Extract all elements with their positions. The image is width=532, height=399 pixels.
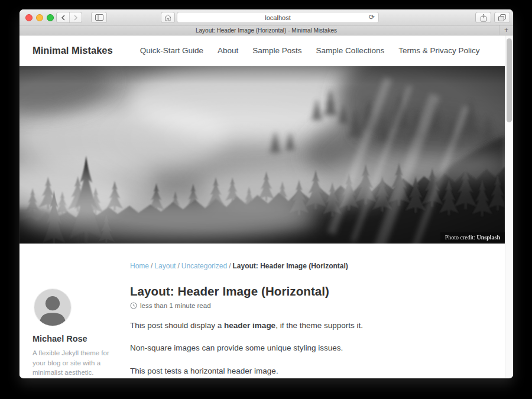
nav-item-sample-collections[interactable]: Sample Collections: [316, 46, 385, 55]
breadcrumb-home-link[interactable]: Home: [130, 262, 149, 270]
browser-window: localhost ⟳ Layout: Header Image (Horizo…: [20, 9, 513, 378]
chevron-left-icon: [61, 15, 66, 21]
site-title-link[interactable]: Minimal Mistakes: [33, 45, 113, 56]
masthead: Minimal Mistakes Quick-Start Guide About…: [20, 35, 505, 66]
browser-toolbar: localhost ⟳: [20, 9, 513, 25]
paragraph: This post should display a header image,…: [130, 320, 478, 332]
sidebar-icon: [95, 14, 103, 21]
paragraph: This post tests a horizontal header imag…: [130, 365, 478, 377]
photo-credit: Photo credit: Unsplash: [440, 232, 505, 242]
tab-overview-button[interactable]: [494, 12, 510, 23]
home-icon: [164, 14, 171, 21]
close-button[interactable]: [25, 14, 33, 21]
refresh-icon: ⟳: [369, 13, 375, 21]
address-bar[interactable]: localhost ⟳: [177, 12, 379, 23]
read-time: less than 1 minute read: [140, 302, 211, 309]
chevron-right-icon: [73, 15, 78, 21]
forward-button[interactable]: [69, 12, 82, 22]
new-tab-button[interactable]: +: [499, 25, 513, 35]
post-meta: less than 1 minute read: [130, 302, 478, 309]
breadcrumb-separator: /: [177, 262, 179, 270]
paragraph: Non-square images can provide some uniqu…: [130, 342, 478, 354]
nav-item-quick-start-guide[interactable]: Quick-Start Guide: [140, 46, 203, 55]
clock-icon: [130, 302, 137, 309]
home-button[interactable]: [161, 12, 175, 23]
breadcrumb-layout-link[interactable]: Layout: [154, 262, 176, 270]
back-button[interactable]: [57, 12, 69, 22]
nav-item-terms-privacy[interactable]: Terms & Privacy Policy: [398, 46, 479, 55]
sidebar-toggle-button[interactable]: [91, 12, 107, 23]
url-text: localhost: [265, 14, 290, 21]
zoom-button[interactable]: [47, 14, 54, 21]
content-area: Michael Rose A flexible Jekyll theme for…: [20, 244, 505, 378]
site-nav: Quick-Start Guide About Sample Posts Sam…: [140, 46, 480, 55]
desktop-background: localhost ⟳ Layout: Header Image (Horizo…: [0, 0, 532, 399]
author-profile: Michael Rose A flexible Jekyll theme for…: [33, 262, 130, 378]
breadcrumb-separator: /: [151, 262, 153, 270]
web-page: Minimal Mistakes Quick-Start Guide About…: [20, 35, 513, 378]
window-controls: [25, 14, 54, 21]
history-nav-group: [56, 12, 82, 23]
share-button[interactable]: [475, 12, 491, 23]
post-body: This post should display a header image,…: [130, 320, 478, 377]
breadcrumb-current: Layout: Header Image (Horizontal): [232, 262, 348, 270]
foggy-forest-illustration: [20, 66, 505, 244]
person-silhouette-icon: [34, 289, 71, 326]
tabs-icon: [498, 14, 506, 21]
header-image: Photo credit: Unsplash: [20, 66, 505, 244]
breadcrumb-uncategorized-link[interactable]: Uncategorized: [181, 262, 227, 270]
breadcrumb: Home/Layout/Uncategorized/Layout: Header…: [130, 262, 478, 270]
scrollbar-thumb[interactable]: [507, 38, 512, 122]
share-icon: [480, 14, 487, 22]
nav-item-about[interactable]: About: [218, 46, 238, 55]
article: Home/Layout/Uncategorized/Layout: Header…: [130, 262, 505, 378]
refresh-button[interactable]: ⟳: [369, 13, 375, 21]
avatar: [34, 289, 71, 326]
nav-item-sample-posts[interactable]: Sample Posts: [252, 46, 301, 55]
page-title: Layout: Header Image (Horizontal): [130, 284, 478, 299]
minimize-button[interactable]: [36, 14, 43, 21]
breadcrumb-separator: /: [229, 262, 231, 270]
page-scrollbar[interactable]: [505, 35, 513, 378]
tab-bar: Layout: Header Image (Horizontal) - Mini…: [20, 25, 513, 35]
active-tab[interactable]: Layout: Header Image (Horizontal) - Mini…: [196, 27, 337, 34]
author-bio: A flexible Jekyll theme for your blog or…: [33, 348, 120, 378]
author-name: Michael Rose: [33, 334, 130, 343]
